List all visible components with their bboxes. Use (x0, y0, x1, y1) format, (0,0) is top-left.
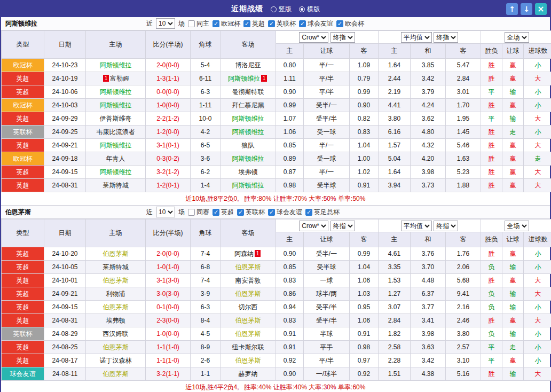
team-name[interactable]: 纽卡斯尔联 (232, 343, 264, 351)
layout-vertical-radio[interactable]: 竖版 (271, 5, 292, 14)
layout-horizontal-radio[interactable]: 横版 (299, 5, 320, 14)
away-team-cell[interactable]: 伯恩茅斯 (221, 287, 276, 301)
team-name[interactable]: 南安普敦 (235, 277, 261, 284)
team-name[interactable]: 伯恩茅斯 (235, 290, 261, 297)
league-checkbox[interactable]: 英联杯 (237, 208, 265, 217)
team-name[interactable]: 伯恩茅斯 (235, 330, 261, 338)
home-team-cell[interactable]: 阿斯顿维拉 (86, 99, 146, 112)
away-team-cell[interactable]: 狼队 (221, 139, 276, 152)
home-team-cell[interactable]: 莱斯特城 (86, 179, 146, 192)
league-checkbox[interactable]: 英超 (212, 208, 234, 217)
team-name[interactable]: 阿斯顿维拉 (228, 75, 260, 82)
checkbox-checked-icon[interactable] (268, 209, 275, 216)
away-team-cell[interactable]: 阿斯顿维拉 (221, 126, 276, 139)
home-team-cell[interactable]: 埃弗顿 (86, 314, 146, 327)
away-team-cell[interactable]: 阿斯顿维拉 (221, 179, 276, 192)
team-name[interactable]: 西汉姆联 (103, 330, 129, 338)
team-name[interactable]: 伯恩茅斯 (235, 263, 261, 271)
close-button[interactable]: × (535, 3, 547, 15)
radio-selected-icon[interactable] (299, 6, 305, 12)
home-team-cell[interactable]: 阿斯顿维拉 (86, 85, 146, 99)
away-team-cell[interactable]: 伯恩茅斯 (221, 354, 276, 367)
away-team-cell[interactable]: 伯恩茅斯 (221, 314, 276, 327)
away-team-cell[interactable]: 阿森纳1 (221, 247, 276, 261)
move-down-button[interactable]: ↓ (521, 3, 532, 15)
team-name[interactable]: 博洛尼亚 (235, 61, 261, 69)
scope-select[interactable]: 全场 (505, 32, 529, 43)
team-name[interactable]: 伯恩茅斯 (103, 277, 129, 284)
checkbox-checked-icon[interactable] (237, 209, 244, 216)
team-name[interactable]: 切尔西 (239, 303, 258, 311)
league-checkbox[interactable]: 欧冠杯 (212, 19, 240, 28)
checkbox-checked-icon[interactable] (243, 20, 250, 27)
home-team-cell[interactable]: 伊普斯维奇 (86, 112, 146, 126)
team-name[interactable]: 莱斯特城 (103, 182, 129, 189)
odds-source-select[interactable]: Crow* (299, 32, 328, 43)
checkbox-checked-icon[interactable] (212, 20, 219, 27)
away-team-cell[interactable]: 南安普敦 (221, 274, 276, 287)
checkbox-unchecked-icon[interactable] (188, 209, 195, 216)
team-name[interactable]: 伯恩茅斯 (235, 317, 261, 324)
home-team-cell[interactable]: 西汉姆联 (86, 327, 146, 341)
team-name[interactable]: 阿斯顿维拉 (232, 155, 264, 162)
average-select[interactable]: 平均值 (401, 32, 432, 43)
team-name[interactable]: 曼彻斯特联 (232, 88, 264, 96)
checkbox-checked-icon[interactable] (212, 209, 219, 216)
team-name[interactable]: 韦康比流浪者 (97, 128, 135, 136)
average-select[interactable]: 平均值 (401, 221, 432, 231)
team-name[interactable]: 诺丁汉森林 (100, 357, 132, 364)
home-team-cell[interactable]: 韦康比流浪者 (86, 126, 146, 139)
team-name[interactable]: 阿森纳 (234, 250, 254, 257)
away-team-cell[interactable]: 纽卡斯尔联 (221, 341, 276, 354)
match-count-select[interactable]: 10 (156, 207, 175, 217)
league-checkbox[interactable]: 英足总杯 (305, 208, 340, 217)
team-name[interactable]: 利物浦 (106, 290, 125, 297)
team-name[interactable]: 伯恩茅斯 (235, 357, 261, 364)
away-team-cell[interactable]: 阿斯顿维拉 (221, 112, 276, 126)
home-team-cell[interactable]: 莱斯特城 (86, 261, 146, 274)
same-filter-checkbox[interactable]: 同赛 (188, 208, 209, 217)
team-name[interactable]: 伯恩茅斯 (103, 250, 129, 257)
scope-select[interactable]: 全场 (505, 221, 529, 231)
team-name[interactable]: 伊普斯维奇 (100, 115, 132, 122)
average-time-select[interactable]: 终指 (434, 32, 458, 43)
team-name[interactable]: 阿斯顿维拉 (232, 115, 264, 122)
checkbox-checked-icon[interactable] (336, 20, 343, 27)
home-team-cell[interactable]: 阿斯顿维拉 (86, 59, 146, 72)
average-time-select[interactable]: 终指 (434, 221, 458, 231)
home-team-cell[interactable]: 阿斯顿维拉 (86, 139, 146, 152)
team-name[interactable]: 伯恩茅斯 (103, 343, 129, 351)
home-team-cell[interactable]: 利物浦 (86, 287, 146, 301)
checkbox-unchecked-icon[interactable] (188, 20, 195, 27)
team-name[interactable]: 阿斯顿维拉 (100, 142, 132, 149)
league-checkbox[interactable]: 欧会杯 (336, 19, 364, 28)
home-team-cell[interactable]: 阿斯顿维拉 (86, 166, 146, 179)
away-team-cell[interactable]: 赫罗纳 (221, 367, 276, 381)
team-name[interactable]: 埃弗顿 (106, 317, 125, 324)
team-name[interactable]: 阿斯顿维拉 (100, 168, 132, 176)
same-filter-checkbox[interactable]: 同主 (188, 19, 209, 28)
team-name[interactable]: 伯恩茅斯 (103, 303, 129, 311)
league-checkbox[interactable]: 英联杯 (268, 19, 296, 28)
team-name[interactable]: 拜仁慕尼黑 (232, 101, 264, 109)
away-team-cell[interactable]: 博洛尼亚 (221, 59, 276, 72)
team-name[interactable]: 阿斯顿维拉 (100, 88, 132, 96)
league-checkbox[interactable]: 球会友谊 (268, 208, 302, 217)
away-team-cell[interactable]: 伯恩茅斯 (221, 261, 276, 274)
team-name[interactable]: 阿斯顿维拉 (100, 101, 132, 109)
match-count-select[interactable]: 10 (156, 18, 175, 29)
team-name[interactable]: 莱斯特城 (103, 263, 129, 271)
checkbox-checked-icon[interactable] (305, 209, 312, 216)
layout-vertical-label[interactable]: 竖版 (279, 5, 292, 14)
home-team-cell[interactable]: 伯恩茅斯 (86, 247, 146, 261)
home-team-cell[interactable]: 年青人 (86, 152, 146, 166)
home-team-cell[interactable]: 伯恩茅斯 (86, 274, 146, 287)
odds-source-select[interactable]: Crow* (299, 221, 328, 231)
team-name[interactable]: 阿斯顿维拉 (100, 61, 132, 69)
away-team-cell[interactable]: 切尔西 (221, 301, 276, 314)
checkbox-checked-icon[interactable] (299, 20, 306, 27)
league-checkbox[interactable]: 英超 (243, 19, 265, 28)
home-team-cell[interactable]: 伯恩茅斯 (86, 367, 146, 381)
team-name[interactable]: 年青人 (106, 155, 125, 162)
team-name[interactable]: 阿斯顿维拉 (232, 128, 264, 136)
